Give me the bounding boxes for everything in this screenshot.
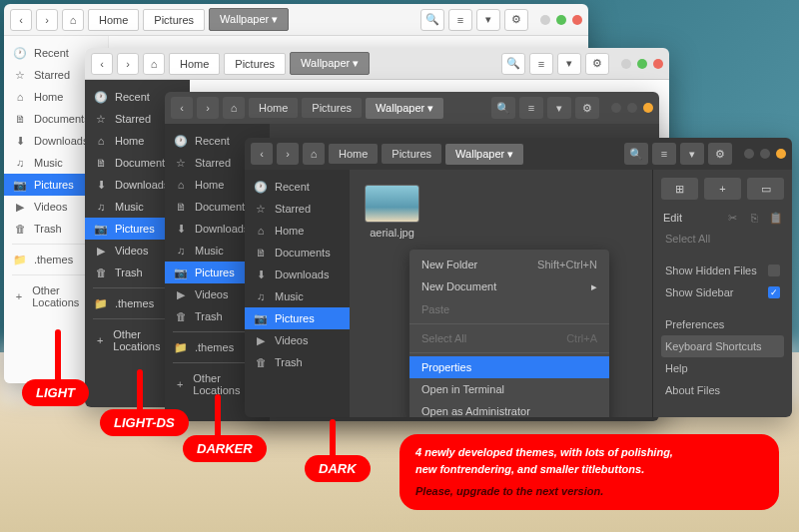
close-button[interactable] [643,103,653,113]
max-button[interactable] [637,59,647,69]
back-button[interactable]: ‹ [10,9,32,31]
crumb-pictures[interactable]: Pictures [382,144,441,164]
sidebar-item-starred[interactable]: ☆Starred [245,198,350,220]
file-thumbnail[interactable]: aerial.jpg [365,185,419,239]
home-icon[interactable]: ⌂ [303,143,325,165]
gear-icon[interactable]: ⚙ [585,53,609,75]
search-icon[interactable]: 🔍 [624,143,648,165]
forward-button[interactable]: › [197,97,219,119]
copy-icon[interactable]: ⎘ [748,212,760,224]
sidebar-item-pictures[interactable]: 📷Pictures [245,307,350,329]
star-icon: ☆ [14,69,26,81]
sidebar-item-videos[interactable]: ▶Videos [245,329,350,351]
music-icon: ♫ [255,290,267,302]
thumbnail-image [365,185,419,223]
sidebar-item-recent[interactable]: 🕐Recent [245,176,350,198]
panel-preferences[interactable]: Preferences [661,313,784,335]
close-button[interactable] [572,15,582,25]
max-button[interactable] [627,103,637,113]
forward-button[interactable]: › [36,9,58,31]
crumb-home[interactable]: Home [88,9,139,31]
panel-show-hidden[interactable]: Show Hidden Files [661,260,784,281]
video-icon: ▶ [175,288,187,300]
checkbox-on[interactable]: ✓ [768,286,780,298]
download-icon: ⬇ [95,179,107,191]
toolbar: ‹ › ⌂ Home Pictures Wallpaper ▾ 🔍 ≡ ▾ ⚙ [245,138,792,170]
sidebar-item-home[interactable]: ⌂Home [245,220,350,242]
crumb-wallpaper[interactable]: Wallpaper ▾ [290,52,370,75]
ctx-properties[interactable]: Properties [409,356,609,378]
content-area[interactable]: aerial.jpg New FolderShift+Ctrl+N New Do… [350,170,652,417]
clock-icon: 🕐 [255,181,267,193]
crumb-pictures[interactable]: Pictures [302,98,362,118]
gear-icon[interactable]: ⚙ [575,97,599,119]
min-button[interactable] [744,149,754,159]
view-list-icon[interactable]: ≡ [448,9,472,31]
forward-button[interactable]: › [117,53,139,75]
sidebar-item-downloads[interactable]: ⬇Downloads [245,264,350,285]
folder-icon: 📁 [95,297,107,309]
ctx-open-admin[interactable]: Open as Administrator [409,400,609,417]
panel-select-all[interactable]: Select All [661,228,784,250]
view-list-icon[interactable]: ≡ [652,143,676,165]
checkbox-off[interactable] [768,265,780,276]
crumb-wallpaper[interactable]: Wallpaper ▾ [209,8,289,31]
crumb-home[interactable]: Home [329,144,378,164]
bookmark-icon[interactable]: ▭ [747,178,784,200]
panel-help[interactable]: Help [661,357,784,379]
min-button[interactable] [540,15,550,25]
crumb-wallpaper[interactable]: Wallpaper ▾ [445,144,523,165]
crumb-home[interactable]: Home [249,98,298,118]
video-icon: ▶ [14,201,26,213]
edit-label: Edit [663,212,682,224]
doc-icon: 🗎 [255,247,267,259]
view-menu-icon[interactable]: ▾ [547,97,571,119]
max-button[interactable] [760,149,770,159]
ctx-open-terminal[interactable]: Open in Terminal [409,378,609,400]
crumb-pictures[interactable]: Pictures [143,9,205,31]
home-icon[interactable]: ⌂ [223,97,245,119]
close-button[interactable] [776,149,786,159]
sidebar-item-trash[interactable]: 🗑Trash [245,351,350,373]
sidebar-item-music[interactable]: ♫Music [245,285,350,307]
min-button[interactable] [621,59,631,69]
gear-icon[interactable]: ⚙ [504,9,528,31]
gear-icon[interactable]: ⚙ [708,143,732,165]
close-button[interactable] [653,59,663,69]
back-button[interactable]: ‹ [171,97,193,119]
clock-icon: 🕐 [95,91,107,103]
view-menu-icon[interactable]: ▾ [476,9,500,31]
video-icon: ▶ [95,245,107,257]
panel-show-sidebar[interactable]: Show Sidebar✓ [661,281,784,303]
search-icon[interactable]: 🔍 [501,53,525,75]
add-icon[interactable]: + [704,178,741,200]
doc-icon: 🗎 [175,201,187,213]
paste-icon[interactable]: 📋 [770,212,782,224]
view-list-icon[interactable]: ≡ [519,97,543,119]
view-menu-icon[interactable]: ▾ [557,53,581,75]
sidebar-item-documents[interactable]: 🗎Documents [245,242,350,264]
view-list-icon[interactable]: ≡ [529,53,553,75]
view-menu-icon[interactable]: ▾ [680,143,704,165]
music-icon: ♫ [175,245,187,257]
music-icon: ♫ [95,201,107,213]
cut-icon[interactable]: ✂ [726,212,738,224]
home-icon[interactable]: ⌂ [143,53,165,75]
crumb-home[interactable]: Home [169,53,220,75]
panel-keyboard-shortcuts[interactable]: Keyboard Shortcuts [661,335,784,357]
ctx-new-folder[interactable]: New FolderShift+Ctrl+N [409,254,609,275]
ctx-new-document[interactable]: New Document▸ [409,275,609,298]
crumb-pictures[interactable]: Pictures [224,53,286,75]
min-button[interactable] [611,103,621,113]
max-button[interactable] [556,15,566,25]
back-button[interactable]: ‹ [91,53,113,75]
new-tab-icon[interactable]: ⊞ [661,178,698,200]
forward-button[interactable]: › [277,143,299,165]
back-button[interactable]: ‹ [251,143,273,165]
search-icon[interactable]: 🔍 [420,9,444,31]
home-icon[interactable]: ⌂ [62,9,84,31]
search-icon[interactable]: 🔍 [491,97,515,119]
panel-about[interactable]: About Files [661,379,784,401]
home-icon: ⌂ [175,179,187,191]
crumb-wallpaper[interactable]: Wallpaper ▾ [366,98,443,119]
